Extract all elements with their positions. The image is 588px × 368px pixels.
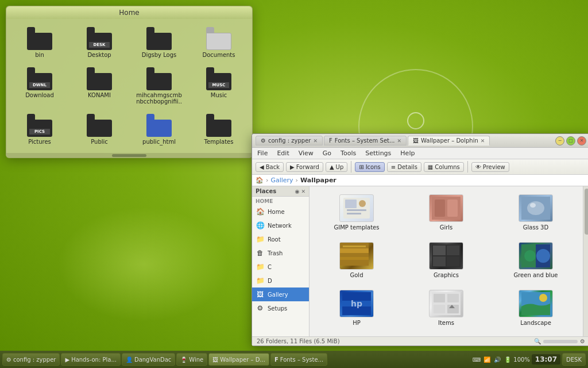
breadcrumb-gallery[interactable]: Gallery (270, 177, 293, 184)
menu-view[interactable]: View (297, 149, 315, 158)
svg-point-4 (359, 200, 366, 207)
home-icon-public[interactable]: Public (72, 112, 127, 147)
tray-icon-keyboard[interactable]: ⌨ (472, 355, 481, 364)
file-thumb-gimp (339, 194, 374, 222)
home-icon-sidebar: 🏠 (256, 207, 265, 216)
dolphin-titlebar: ⚙ config : zypper ✕ F Fonts – System Set… (252, 134, 588, 148)
taskbar-item-config[interactable]: ⚙ config : zypper (2, 353, 60, 366)
file-item-landscape[interactable]: Landscape (493, 286, 578, 329)
home-titlebar: Home (6, 6, 252, 19)
breadcrumb-wallpaper: Wallpaper (300, 177, 336, 184)
menu-help[interactable]: Help (399, 149, 416, 158)
home-icon-public-html[interactable]: public_html (131, 112, 187, 147)
preview-button[interactable]: 👁 Preview (471, 162, 509, 172)
taskbar-item-handson[interactable]: ▶ Hands-on: Pla... (61, 353, 121, 366)
home-icon-digsby[interactable]: Digsby Logs (131, 25, 187, 60)
sidebar-item-gallery[interactable]: 🖼 Gallery (252, 288, 309, 301)
close-button[interactable]: ✕ (577, 136, 586, 145)
sidebar-item-setups[interactable]: ⚙ Setups (252, 301, 309, 315)
tab-wallpaper[interactable]: 🖼 Wallpaper – Dolphin ✕ (408, 136, 490, 145)
forward-button[interactable]: ▶ Forward (286, 162, 323, 172)
places-pin-icon[interactable]: ✕ (301, 189, 305, 194)
minimize-button[interactable]: − (555, 136, 564, 145)
file-item-items[interactable]: Items (404, 286, 489, 329)
tab-fonts[interactable]: F Fonts – System Set... ✕ (324, 136, 407, 145)
tray-icon-network[interactable]: 📶 (482, 355, 492, 364)
home-icon-bin[interactable]: bin (12, 25, 67, 60)
maximize-button[interactable]: □ (566, 136, 575, 145)
file-scrollbar[interactable] (583, 186, 588, 336)
dolphin-tabs: ⚙ config : zypper ✕ F Fonts – System Set… (256, 136, 552, 145)
home-window: Home bin DESK Desktop Digsby Logs Docume… (6, 6, 253, 158)
home-icon-pictures[interactable]: PICS Pictures (12, 112, 67, 147)
tab-close-wallpaper[interactable]: ✕ (481, 138, 485, 144)
menu-tools[interactable]: Tools (339, 149, 358, 158)
file-thumb-graphics (429, 242, 463, 270)
menu-settings[interactable]: Settings (363, 149, 393, 158)
home-icon-download[interactable]: DWNL Download (12, 65, 67, 107)
taskbar-item-dang[interactable]: 👤 DangVanDac (122, 353, 175, 366)
places-collapse-icon[interactable]: ◉ (295, 189, 300, 194)
sidebar-item-network[interactable]: 🌐 Network (252, 218, 309, 232)
tab-config-zypper[interactable]: ⚙ config : zypper ✕ (256, 136, 323, 145)
home-icon-desktop[interactable]: DESK Desktop (72, 25, 127, 60)
taskbar: ⚙ config : zypper ▶ Hands-on: Pla... 👤 D… (0, 351, 588, 368)
tab-close-config[interactable]: ✕ (313, 138, 318, 144)
settings-icon[interactable]: ⚙ (580, 338, 585, 344)
play-icon: ▶ (65, 356, 69, 363)
home-icon-templates[interactable]: Templates (191, 112, 246, 147)
taskbar-item-fonts[interactable]: F Fonts – Syste... (270, 353, 327, 366)
home-scrollbar[interactable] (6, 153, 252, 158)
home-title: Home (119, 9, 139, 17)
statusbar-zoom: 🔍 ⚙ (534, 338, 585, 344)
zoom-out-icon[interactable]: 🔍 (534, 338, 541, 344)
home-scrollbar-thumb (112, 154, 146, 157)
svg-rect-6 (435, 200, 445, 217)
tray-icon-battery[interactable]: 🔋 (503, 355, 512, 364)
sidebar-item-c[interactable]: 📁 C (252, 260, 309, 274)
file-grid: GIMP templates Girls (310, 186, 583, 336)
tab-close-fonts[interactable]: ✕ (397, 138, 402, 144)
sidebar-item-trash[interactable]: 🗑 Trash (252, 246, 309, 260)
sidebar-item-home[interactable]: 🏠 Home (252, 205, 309, 218)
svg-rect-16 (433, 246, 446, 255)
file-item-glass3d[interactable]: Glass 3D (493, 191, 578, 234)
sidebar-item-d[interactable]: 📁 D (252, 274, 309, 288)
trash-icon: 🗑 (256, 248, 265, 258)
icons-button[interactable]: ⊞ Icons (355, 162, 385, 172)
file-item-girls[interactable]: Girls (404, 191, 489, 234)
file-item-hp[interactable]: hp HP (314, 286, 399, 329)
home-icon-music[interactable]: MUSC Music (191, 65, 246, 107)
sidebar-item-root[interactable]: 📁 Root (252, 232, 309, 246)
file-item-green-blue[interactable]: Green and blue (493, 239, 578, 282)
details-button[interactable]: ≡ Details (387, 162, 421, 172)
tray-icon-audio[interactable]: 🔊 (493, 355, 502, 364)
home-icon-documents[interactable]: Documents (191, 25, 246, 60)
back-button[interactable]: ◀ Back (256, 162, 284, 172)
places-controls: ◉ ✕ (295, 189, 305, 194)
places-header: Places ◉ ✕ (252, 186, 309, 197)
svg-text:hp: hp (351, 299, 362, 308)
file-thumb-glass3d (519, 194, 553, 222)
svg-rect-30 (434, 305, 445, 313)
file-item-gimp-templates[interactable]: GIMP templates (314, 191, 399, 234)
taskbar-item-wine[interactable]: 🍷 Wine (176, 353, 207, 366)
columns-button[interactable]: ▦ Columns (424, 162, 464, 172)
home-icon-mihca[interactable]: mihcahmgscmbnbcchbopgnifii.. (131, 65, 187, 107)
svg-rect-29 (447, 294, 459, 302)
home-content: bin DESK Desktop Digsby Logs Documents D… (6, 19, 252, 153)
menu-edit[interactable]: Edit (275, 149, 291, 158)
taskbar-item-wallpaper[interactable]: 🖼 Wallpaper – D... (208, 353, 269, 366)
home-icon-konami[interactable]: KONAMI (72, 65, 127, 107)
menu-go[interactable]: Go (321, 149, 333, 158)
taskbar-desk-label[interactable]: DESK (562, 353, 586, 366)
zoom-slider[interactable] (543, 340, 578, 343)
file-item-graphics[interactable]: Graphics (404, 239, 489, 282)
svg-rect-19 (447, 256, 459, 266)
toolbar-separator-2 (467, 161, 468, 172)
file-item-gold[interactable]: Gold (314, 239, 399, 282)
menu-file[interactable]: File (256, 149, 269, 158)
up-button[interactable]: ▲ Up (326, 162, 347, 172)
dolphin-body: Places ◉ ✕ HOME 🏠 Home 🌐 Network 📁 Root … (252, 186, 588, 336)
taskbar-time[interactable]: 13:07 (532, 354, 560, 365)
